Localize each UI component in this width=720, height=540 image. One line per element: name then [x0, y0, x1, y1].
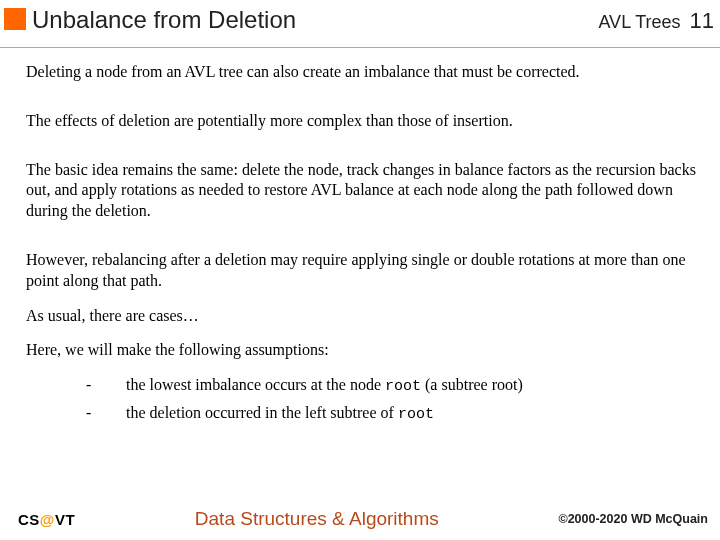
text: the deletion occurred in the left subtre… — [126, 404, 398, 421]
vt-text: VT — [55, 511, 75, 528]
footer-left-logo: CS@VT — [18, 511, 75, 528]
paragraph: Here, we will make the following assumpt… — [26, 340, 698, 361]
slide-footer: CS@VT Data Structures & Algorithms ©2000… — [0, 504, 720, 534]
text: the lowest imbalance occurs at the node — [126, 376, 385, 393]
paragraph: Deleting a node from an AVL tree can als… — [26, 62, 698, 83]
footer-course-name: Data Structures & Algorithms — [195, 508, 439, 530]
paragraph: The basic idea remains the same: delete … — [26, 160, 698, 222]
assumption-item: - the lowest imbalance occurs at the nod… — [86, 375, 698, 397]
header-right: AVL Trees 11 — [598, 8, 714, 34]
assumption-text: the deletion occurred in the left subtre… — [126, 403, 698, 425]
slide: Unbalance from Deletion AVL Trees 11 Del… — [0, 0, 720, 540]
code-text: root — [398, 406, 434, 423]
paragraph: The effects of deletion are potentially … — [26, 111, 698, 132]
bullet-dash: - — [86, 375, 126, 397]
assumption-item: - the deletion occurred in the left subt… — [86, 403, 698, 425]
text: (a subtree root) — [421, 376, 523, 393]
paragraph: However, rebalancing after a deletion ma… — [26, 250, 698, 292]
assumption-text: the lowest imbalance occurs at the node … — [126, 375, 698, 397]
footer-copyright: ©2000-2020 WD McQuain — [558, 512, 708, 526]
slide-title: Unbalance from Deletion — [32, 6, 296, 34]
course-short: AVL Trees — [598, 12, 680, 32]
bullet-dash: - — [86, 403, 126, 425]
at-icon: @ — [40, 511, 55, 528]
cs-text: CS — [18, 511, 40, 528]
paragraph: As usual, there are cases… — [26, 306, 698, 327]
page-number: 11 — [690, 8, 714, 33]
slide-body: Deleting a node from an AVL tree can als… — [0, 48, 720, 424]
slide-header: Unbalance from Deletion AVL Trees 11 — [0, 0, 720, 48]
code-text: root — [385, 378, 421, 395]
accent-square-icon — [4, 8, 26, 30]
